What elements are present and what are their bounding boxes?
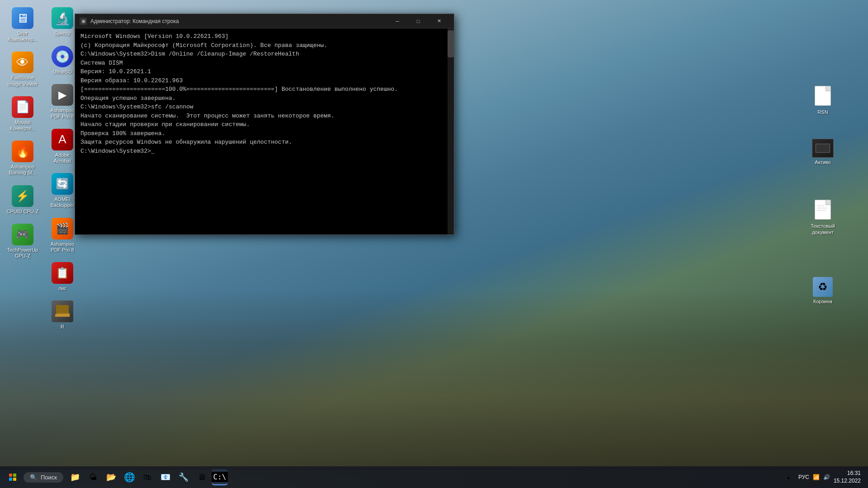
outlook-icon: 📧 — [160, 472, 170, 482]
taskbar-center: 📁 🌤 📂 🌐 🛍 📧 🔧 — [67, 469, 228, 485]
windows-start-button[interactable] — [4, 468, 22, 486]
win-logo-green — [13, 474, 16, 477]
desktop-icon-label: Speccy — [54, 31, 71, 37]
desktop-icon-recycle[interactable]: ♻ Корзина — [805, 274, 841, 307]
files-icon: 📂 — [106, 472, 116, 482]
desktop-icons-left: 🖥 Этот Компьютер... 👁 FastStone Image Vi… — [5, 5, 80, 333]
cmd-line: [=======================100.0%==========… — [80, 85, 448, 94]
desktop-icon-label: Ashampoo PDF Pro 8 — [46, 241, 79, 253]
desktop-icon-label: Корзина — [813, 299, 832, 305]
desktop-icon-label: Этот Компьютер... — [6, 31, 39, 42]
desktop-icon-label: Текстовый документ — [807, 223, 839, 235]
store-icon: 🛍 — [143, 473, 151, 482]
desktop-icon-label: UltraISO — [53, 69, 72, 75]
cmd-scrollbar[interactable] — [448, 28, 454, 235]
taskbar-app-store[interactable]: 🛍 — [139, 469, 156, 485]
desktop-icon-this-pc[interactable]: 🖥 Этот Компьютер... — [5, 5, 41, 45]
chevron-up-icon: ▲ — [786, 475, 791, 480]
cmd-line: C:\Windows\System32>_ — [80, 147, 448, 156]
desktop-icon-label: лис — [58, 286, 66, 291]
desktop: 🖥 Этот Компьютер... 👁 FastStone Image Vi… — [0, 0, 868, 488]
win-logo-blue — [9, 478, 12, 481]
desktop-icon-rsn[interactable]: RSN — [805, 81, 841, 118]
cmd-line: Проверка 100% завершена. — [80, 129, 448, 138]
volume-icon[interactable]: 🔊 — [823, 474, 830, 480]
taskbar: 🔍 Поиск 📁 🌤 📂 🌐 🛍 — [0, 466, 868, 488]
edge-icon: 🌐 — [124, 472, 135, 483]
desktop-icons-right: RSN Активо Текстовый документ ♻ Корзина — [805, 81, 841, 307]
taskbar-app-edge[interactable]: 🌐 — [121, 469, 137, 485]
cmd-line: (с) Корпорация Майкрософт (Microsoft Cor… — [80, 41, 448, 50]
svg-rect-2 — [55, 314, 70, 317]
desktop-icon-ashampoo-pdf[interactable]: 📄 Movavi Конверте... — [5, 94, 41, 134]
cmd-controls: ─ □ ✕ — [387, 14, 449, 28]
desktop-icon-r[interactable]: R — [44, 298, 80, 333]
cmd-line: C:\Windows\System32>sfc /scannow — [80, 103, 448, 112]
monitor-icon: 🖥 — [198, 473, 206, 482]
desktop-icon-label: RSN — [817, 109, 828, 115]
desktop-icon-techpowerup[interactable]: 🎮 TechPowerUp GPU-Z — [5, 221, 41, 262]
wifi-icon[interactable]: 📶 — [813, 474, 820, 480]
desktop-icon-label: R — [61, 324, 64, 330]
desktop-icon-label: Ashampoo PDF Pro 8 — [46, 108, 79, 119]
cmd-title-text: Администратор: Командная строка — [90, 18, 383, 24]
search-placeholder: Поиск — [41, 474, 57, 481]
weather-icon: 🌤 — [89, 473, 97, 482]
taskbar-app-outlook[interactable]: 📧 — [157, 469, 174, 485]
cmd-maximize-button[interactable]: □ — [408, 14, 429, 28]
desktop-icon-label: TechPowerUp GPU-Z — [6, 247, 39, 259]
taskbar-app-cmd[interactable]: C:\ — [212, 469, 228, 485]
desktop-icon-aktivo[interactable]: Активо — [805, 136, 841, 168]
desktop-icon-label: Movavi Конверте... — [6, 120, 39, 131]
desktop-icon-label: AOMEI Backupper — [46, 197, 79, 208]
explorer-icon: 📁 — [70, 472, 80, 482]
cmd-line: Версия: 10.0.22621.1 — [80, 67, 448, 76]
taskbar-app-files[interactable]: 📂 — [103, 469, 119, 485]
taskbar-search[interactable]: 🔍 Поиск — [24, 472, 63, 483]
desktop-icon-label: Ashampoo Burning St... — [6, 164, 39, 176]
clock-time: 16:31 — [834, 469, 861, 477]
desktop-icon-label: FastStone Image Viewer — [6, 75, 39, 87]
cmd-line: C:\Windows\System32>Dism /Online /Cleanu… — [80, 50, 448, 59]
clock-date: 15.12.2022 — [834, 477, 861, 485]
taskbar-right: ▲ РУС 📶 🔊 16:31 15.12.2022 — [782, 469, 864, 485]
search-icon: 🔍 — [30, 474, 37, 481]
desktop-icon-text-doc[interactable]: Текстовый документ — [805, 195, 841, 238]
language-indicator[interactable]: РУС — [798, 474, 809, 480]
tool-icon: 🔧 — [179, 472, 189, 482]
cmd-title-icon: ▣ — [80, 18, 87, 25]
desktop-icon-lis[interactable]: 📋 лис — [44, 259, 80, 294]
desktop-icon-label: Активо — [815, 160, 830, 165]
cmd-minimize-button[interactable]: ─ — [387, 14, 408, 28]
desktop-icon-ashampoo-burning[interactable]: 🔥 Ashampoo Burning St... — [5, 138, 41, 178]
system-clock[interactable]: 16:31 15.12.2022 — [834, 469, 861, 485]
desktop-icon-faststone[interactable]: 👁 FastStone Image Viewer — [5, 49, 41, 89]
taskbar-app-tool[interactable]: 🔧 — [175, 469, 192, 485]
win-logo-red — [9, 474, 12, 477]
cmd-titlebar: ▣ Администратор: Командная строка ─ □ ✕ — [75, 14, 454, 28]
cmd-line: Операция успешно завершена. — [80, 94, 448, 103]
cmd-line: Начато сканирование системы. Этот процес… — [80, 112, 448, 121]
cmd-close-button[interactable]: ✕ — [429, 14, 449, 28]
desktop-icon-label: Adobe Acrobat — [46, 152, 79, 164]
recycle-icon: ♻ — [813, 277, 833, 297]
cmd-line: Версия образа: 10.0.22621.963 — [80, 76, 448, 85]
taskbar-app-weather[interactable]: 🌤 — [85, 469, 101, 485]
cmd-line: Система DISM — [80, 59, 448, 68]
win-logo-yellow — [13, 478, 16, 481]
cmd-line: Microsoft Windows [Version 10.0.22621.96… — [80, 32, 448, 41]
cmd-line: Начало стадии проверки при сканировании … — [80, 120, 448, 129]
cmd-content[interactable]: Microsoft Windows [Version 10.0.22621.96… — [75, 28, 454, 235]
desktop-icon-cpuid[interactable]: ⚡ CPUID CPU-Z — [5, 183, 41, 217]
windows-logo — [9, 474, 16, 481]
cmd-window: ▣ Администратор: Командная строка ─ □ ✕ … — [75, 14, 454, 235]
desktop-icon-label: CPUID CPU-Z — [7, 209, 39, 215]
taskbar-left: 🔍 Поиск — [4, 468, 63, 486]
cmd-scroll-thumb[interactable] — [448, 30, 454, 57]
tray-chevron-button[interactable]: ▲ — [782, 469, 795, 485]
taskbar-app-explorer[interactable]: 📁 — [67, 469, 83, 485]
taskbar-app-monitor[interactable]: 🖥 — [193, 469, 210, 485]
cmd-icon: C:\ — [212, 472, 228, 482]
cmd-line: Защита ресурсов Windows не обнаружила на… — [80, 138, 448, 147]
